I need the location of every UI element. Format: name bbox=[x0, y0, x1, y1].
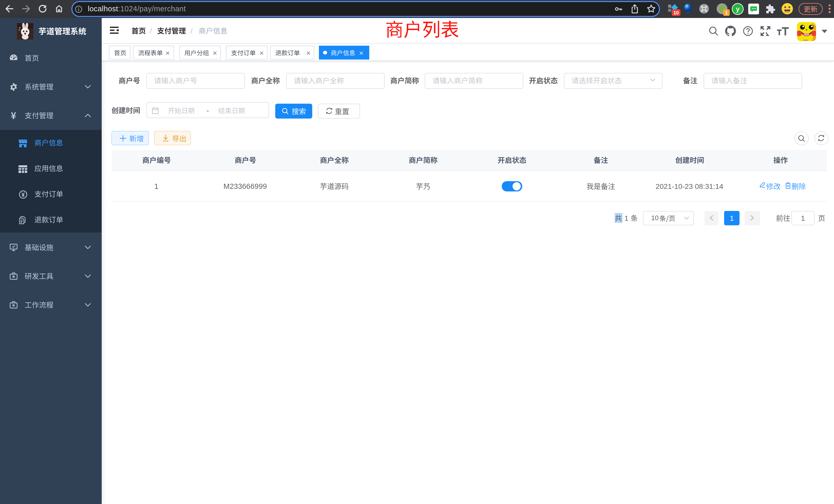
svg-text:y: y bbox=[736, 5, 740, 13]
